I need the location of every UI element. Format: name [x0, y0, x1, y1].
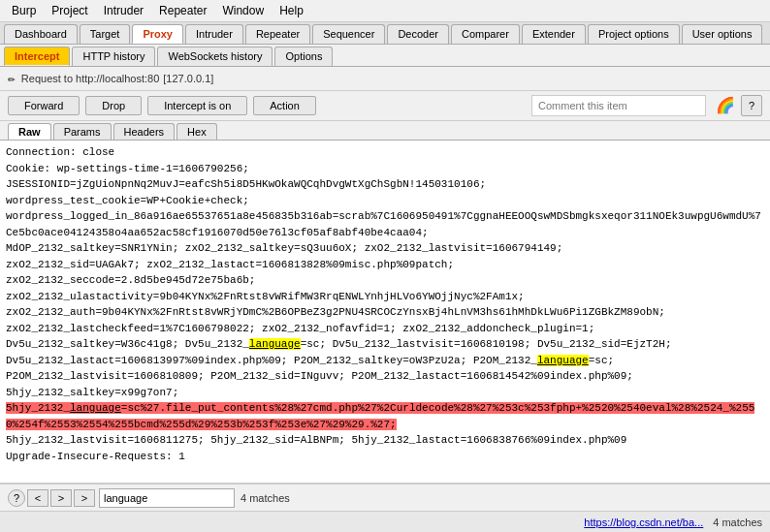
content-area: Connection: close Cookie: wp-settings-ti… [0, 141, 770, 484]
content-tab-headers[interactable]: Headers [113, 123, 176, 140]
tab-sequencer[interactable]: Sequencer [312, 24, 385, 44]
tab-websockets-history[interactable]: WebSockets history [157, 47, 273, 66]
main-tab-bar: Dashboard Target Proxy Intruder Repeater… [0, 22, 770, 45]
menu-help[interactable]: Help [272, 2, 311, 19]
tab-dashboard[interactable]: Dashboard [4, 24, 78, 44]
main-layout: Burp Project Intruder Repeater Window He… [0, 0, 770, 532]
content-tab-raw[interactable]: Raw [8, 123, 51, 140]
menu-intruder[interactable]: Intruder [96, 2, 151, 19]
intercept-button[interactable]: Intercept is on [147, 96, 247, 115]
search-input[interactable] [99, 488, 235, 508]
tab-proxy[interactable]: Proxy [132, 24, 183, 44]
button-bar: Forward Drop Intercept is on Action 🌈 ? [0, 91, 770, 121]
tab-user-options[interactable]: User options [682, 24, 763, 44]
menu-repeater[interactable]: Repeater [151, 2, 214, 19]
search-help-button[interactable]: ? [8, 489, 25, 507]
tab-extender[interactable]: Extender [522, 24, 586, 44]
tab-decoder[interactable]: Decoder [387, 24, 449, 44]
status-matches: 4 matches [713, 516, 762, 528]
menu-bar: Burp Project Intruder Repeater Window He… [0, 0, 770, 22]
tab-repeater[interactable]: Repeater [245, 24, 310, 44]
help-button[interactable]: ? [741, 95, 762, 116]
request-label: Request to http://localhost:80 [21, 73, 159, 84]
menu-window[interactable]: Window [214, 2, 272, 19]
comment-input[interactable] [531, 95, 706, 116]
forward-button[interactable]: Forward [8, 96, 80, 115]
tab-comparer[interactable]: Comparer [451, 24, 520, 44]
menu-burp[interactable]: Burp [4, 2, 44, 19]
request-ip: [127.0.0.1] [163, 73, 213, 84]
tab-options[interactable]: Options [274, 47, 333, 66]
action-button[interactable]: Action [253, 96, 316, 115]
menu-project[interactable]: Project [44, 2, 95, 19]
next-match-button[interactable]: > [50, 489, 72, 507]
status-bar: https://blog.csdn.net/ba... 4 matches [0, 511, 770, 532]
search-bar: ? < > > 4 matches [0, 484, 770, 511]
tab-target[interactable]: Target [80, 24, 131, 44]
content-tab-params[interactable]: Params [53, 123, 112, 140]
drop-button[interactable]: Drop [85, 96, 142, 115]
last-match-button[interactable]: > [74, 489, 95, 507]
tab-http-history[interactable]: HTTP history [72, 47, 155, 66]
tab-intruder[interactable]: Intruder [185, 24, 243, 44]
wand-icon[interactable]: 🌈 [716, 96, 735, 115]
content-tab-bar: Raw Params Headers Hex [0, 121, 770, 141]
sub-tab-bar: Intercept HTTP history WebSockets histor… [0, 45, 770, 67]
pencil-icon: ✏ [8, 71, 16, 86]
tab-intercept[interactable]: Intercept [4, 47, 70, 66]
prev-match-button[interactable]: < [27, 489, 48, 507]
request-bar: ✏ Request to http://localhost:80 [127.0.… [0, 67, 770, 91]
content-tab-hex[interactable]: Hex [176, 123, 217, 140]
tab-project-options[interactable]: Project options [588, 24, 680, 44]
status-url[interactable]: https://blog.csdn.net/ba... [584, 516, 703, 528]
matches-label: 4 matches [241, 492, 290, 504]
